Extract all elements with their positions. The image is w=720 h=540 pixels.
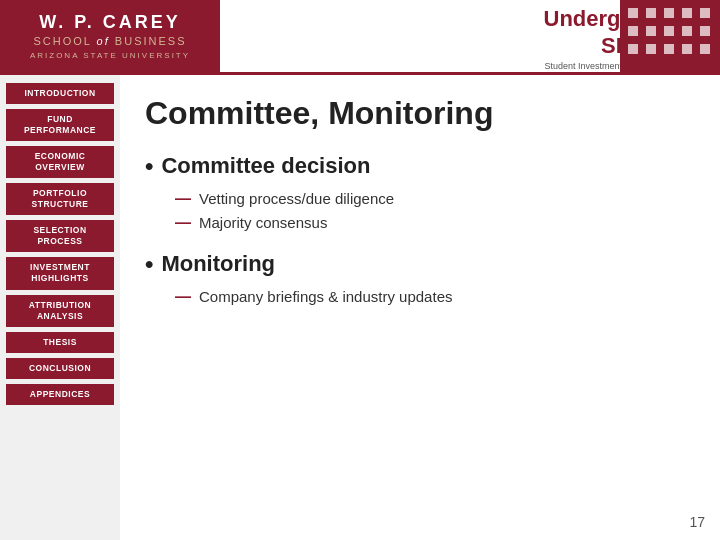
logo-school: SCHOOL of BUSINESS (34, 35, 187, 47)
sidebar-item-selection-process[interactable]: SELECTIONPROCESS (6, 220, 114, 252)
logo-asu: ARIZONA STATE UNIVERSITY (30, 51, 190, 60)
main-content: Committee, Monitoring Committee decision… (120, 75, 720, 540)
committee-heading: Committee decision (145, 152, 690, 180)
dash-icon-2: — (175, 214, 191, 232)
sidebar-item-introduction[interactable]: INTRODUCTION (6, 83, 114, 104)
committee-bullet-2: — Majority consensus (175, 214, 690, 232)
committee-section: Committee decision — Vetting process/due… (145, 152, 690, 232)
monitoring-bullet-1-text: Company briefings & industry updates (199, 288, 452, 305)
top-bar: W. P. CAREY SCHOOL of BUSINESS ARIZONA S… (0, 0, 720, 75)
page-number: 17 (689, 514, 705, 530)
sidebar-item-economic-overview[interactable]: ECONOMICOVERVIEW (6, 146, 114, 178)
committee-bullet-1-text: Vetting process/due diligence (199, 190, 394, 207)
sidebar-item-fund-performance[interactable]: FUNDPERFORMANCE (6, 109, 114, 141)
committee-bullet-2-text: Majority consensus (199, 214, 327, 231)
logo-area: W. P. CAREY SCHOOL of BUSINESS ARIZONA S… (0, 0, 220, 74)
sidebar-item-appendices[interactable]: APPENDICES (6, 384, 114, 405)
committee-bullet-1: — Vetting process/due diligence (175, 190, 690, 208)
sidebar: INTRODUCTION FUNDPERFORMANCE ECONOMICOVE… (0, 75, 120, 540)
monitoring-heading: Monitoring (145, 250, 690, 278)
sidebar-item-attribution-analysis[interactable]: ATTRIBUTIONANALYSIS (6, 295, 114, 327)
logo-wp: W. P. CAREY (39, 12, 181, 32)
dash-icon-1: — (175, 190, 191, 208)
dash-icon-3: — (175, 288, 191, 306)
logo-wp-carey: W. P. CAREY (39, 12, 181, 33)
sidebar-item-investment-highlights[interactable]: INVESTMENTHIGHLIGHTS (6, 257, 114, 289)
monitoring-bullet-1: — Company briefings & industry updates (175, 288, 690, 306)
sidebar-item-portfolio-structure[interactable]: PORTFOLIOSTRUCTURE (6, 183, 114, 215)
sidebar-item-thesis[interactable]: THESIS (6, 332, 114, 353)
grid-dots-decoration (620, 0, 720, 75)
slide-title: Committee, Monitoring (145, 95, 690, 132)
sidebar-item-conclusion[interactable]: CONCLUSION (6, 358, 114, 379)
monitoring-section: Monitoring — Company briefings & industr… (145, 250, 690, 306)
